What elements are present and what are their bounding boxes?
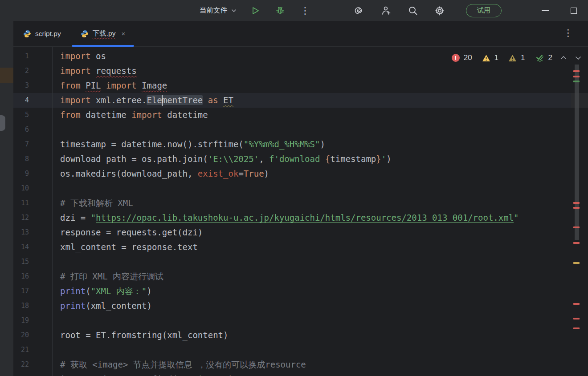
- tab-script-py[interactable]: script.py: [13, 21, 71, 46]
- stripe-mark-err[interactable]: [573, 76, 580, 77]
- code-line[interactable]: 16# 打印 XML 内容进行调试: [13, 269, 571, 284]
- code-token: Ele: [147, 95, 162, 105]
- line-number[interactable]: 11: [13, 196, 29, 210]
- line-number[interactable]: 19: [13, 313, 29, 328]
- tab-download-py[interactable]: 下载.py ×: [71, 21, 135, 46]
- scrollbar-thumb[interactable]: [575, 65, 579, 240]
- line-number[interactable]: 20: [13, 328, 29, 343]
- line-number[interactable]: 22: [13, 357, 29, 372]
- stripe-mark-err[interactable]: [573, 327, 580, 329]
- code-token: import: [106, 81, 142, 90]
- stripe-mark-err[interactable]: [573, 242, 580, 244]
- code-line[interactable]: 3from PIL import Image: [13, 78, 571, 93]
- debug-button[interactable]: [274, 4, 287, 17]
- code-line[interactable]: 10: [13, 181, 571, 196]
- trial-button[interactable]: 试用: [466, 4, 502, 17]
- code-line[interactable]: 5from datetime import datetime: [13, 108, 571, 122]
- window-minimize-button[interactable]: [531, 0, 559, 21]
- code-token: from: [60, 110, 86, 120]
- stripe-mark-err[interactable]: [573, 318, 580, 319]
- code-line[interactable]: 15: [13, 255, 571, 269]
- inspections-widget[interactable]: ! 20 1 1 2: [452, 51, 582, 65]
- code-area[interactable]: 1import os2import requests3from PIL impo…: [13, 49, 571, 376]
- code-line[interactable]: 21: [13, 343, 571, 357]
- code-line[interactable]: 11# 下载和解析 XML: [13, 196, 571, 210]
- stripe-mark-err[interactable]: [573, 202, 580, 204]
- code-line[interactable]: 13response = requests.get(dzi): [13, 225, 571, 240]
- line-number[interactable]: 5: [13, 108, 29, 122]
- window-maximize-button[interactable]: [559, 0, 588, 21]
- line-number[interactable]: 2: [13, 64, 29, 78]
- code-token: (: [86, 286, 90, 296]
- stripe-mark-err[interactable]: [573, 207, 580, 209]
- line-number[interactable]: 12: [13, 210, 29, 225]
- error-stripe[interactable]: [571, 47, 588, 376]
- code-line[interactable]: 2import requests: [13, 64, 571, 78]
- line-number[interactable]: 18: [13, 299, 29, 313]
- left-tool-window-stripe: [0, 21, 13, 376]
- code-line[interactable]: 23image_node = root.find('.//image'): [13, 372, 571, 376]
- line-number[interactable]: 7: [13, 137, 29, 152]
- tool-window-handle[interactable]: [0, 115, 5, 131]
- code-line[interactable]: 4import xml.etree.ElementTree as ET: [13, 93, 571, 108]
- add-user-button[interactable]: [380, 4, 393, 17]
- chevron-up-icon: [560, 55, 567, 61]
- run-button[interactable]: [249, 4, 262, 17]
- code-line[interactable]: 20root = ET.fromstring(xml_content): [13, 328, 571, 343]
- code-token: datetime: [86, 110, 131, 120]
- line-number[interactable]: 15: [13, 255, 29, 269]
- search-everywhere-button[interactable]: [406, 4, 420, 17]
- more-options-button[interactable]: ⋮: [298, 4, 312, 17]
- url-token[interactable]: https://opac.lib.takushoku-u.ac.jp/kyuga…: [96, 213, 514, 222]
- code-line[interactable]: 17print("XML 内容："): [13, 284, 571, 299]
- stripe-mark-err[interactable]: [573, 226, 580, 228]
- stripe-mark-warn[interactable]: [573, 262, 580, 264]
- line-number[interactable]: 1: [13, 49, 29, 64]
- line-number[interactable]: 8: [13, 152, 29, 166]
- code-token: ): [386, 154, 391, 164]
- code-text: download_path = os.path.join('E:\\2025',…: [60, 152, 392, 166]
- code-line[interactable]: 14xml_content = response.text: [13, 240, 571, 255]
- code-token: datetime: [162, 110, 208, 120]
- stripe-caret-band: [571, 93, 588, 108]
- code-line[interactable]: 12dzi = "https://opac.lib.takushoku-u.ac…: [13, 210, 571, 225]
- ok-check-icon: [535, 54, 544, 62]
- code-token: }: [376, 154, 381, 164]
- line-number[interactable]: 9: [13, 166, 29, 181]
- previous-problem-button[interactable]: [560, 55, 567, 61]
- line-number[interactable]: 14: [13, 240, 29, 255]
- line-number[interactable]: 16: [13, 269, 29, 284]
- tab-close-icon[interactable]: ×: [121, 30, 125, 37]
- code-token: as: [208, 95, 218, 105]
- code-line[interactable]: 8download_path = os.path.join('E:\\2025'…: [13, 152, 571, 166]
- line-number[interactable]: 3: [13, 78, 29, 93]
- code-text: print(xml_content): [60, 299, 152, 313]
- code-token: import: [131, 110, 162, 120]
- tab-bar-more-button[interactable]: ⋮: [564, 28, 573, 37]
- code-line[interactable]: 19: [13, 313, 571, 328]
- stripe-mark-err[interactable]: [573, 303, 580, 305]
- code-line[interactable]: 6: [13, 122, 571, 137]
- line-number[interactable]: 23: [13, 372, 29, 376]
- line-number[interactable]: 10: [13, 181, 29, 196]
- line-number[interactable]: 4: [13, 93, 29, 108]
- run-configuration-selector[interactable]: 当前文件: [200, 6, 237, 15]
- code-line[interactable]: 9os.makedirs(download_path, exist_ok=Tru…: [13, 166, 571, 181]
- code-editor[interactable]: 1import os2import requests3from PIL impo…: [13, 47, 588, 376]
- code-token: 'E:\\2025': [208, 154, 259, 164]
- code-token: f'download_: [269, 154, 325, 164]
- code-line[interactable]: 18print(xml_content): [13, 299, 571, 313]
- stripe-mark-ok[interactable]: [573, 81, 580, 82]
- line-number[interactable]: 17: [13, 284, 29, 299]
- stripe-mark-err[interactable]: [573, 70, 580, 72]
- line-number[interactable]: 6: [13, 122, 29, 137]
- code-token: timestamp: [330, 154, 376, 164]
- code-line[interactable]: 22# 获取 <image> 节点并提取信息 ，没有的可以换成resource: [13, 357, 571, 372]
- error-count: 20: [464, 53, 472, 62]
- gear-icon: [434, 5, 445, 16]
- line-number[interactable]: 21: [13, 343, 29, 357]
- code-line[interactable]: 7timestamp = datetime.now().strftime("%Y…: [13, 137, 571, 152]
- line-number[interactable]: 13: [13, 225, 29, 240]
- settings-button[interactable]: [433, 4, 446, 17]
- ai-assistant-button[interactable]: [353, 4, 366, 17]
